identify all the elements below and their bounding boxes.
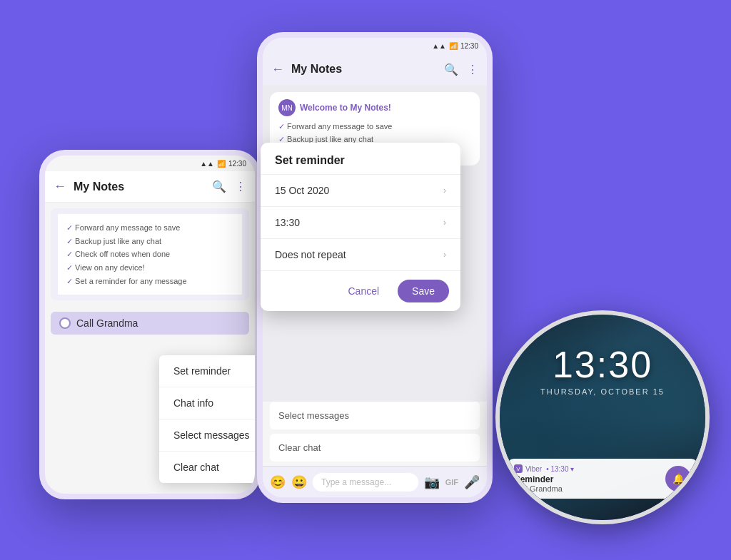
reminder-save-button[interactable]: Save	[398, 280, 449, 302]
center-signal-icon: ▲▲	[432, 42, 446, 50]
note-item-5: Set a reminder for any message	[66, 275, 233, 288]
sticker-icon[interactable]: 😀	[291, 474, 307, 490]
watch-circle: 13:30 Thursday, October 15 V Viber • 13:…	[495, 310, 710, 524]
bubble-title: Welcome to My Notes!	[300, 103, 391, 113]
date-chevron-icon: ›	[443, 185, 446, 195]
left-app-bar: ← My Notes 🔍 ⋮	[45, 171, 255, 203]
left-search-icon[interactable]: 🔍	[212, 180, 226, 193]
menu-item-select-messages[interactable]: Select messages	[159, 419, 261, 452]
watch-notif-title: Reminder	[514, 474, 660, 484]
menu-item-clear-chat[interactable]: Clear chat	[159, 452, 261, 483]
center-app-bar: ← My Notes 🔍 ⋮	[263, 54, 487, 85]
watch-notif-avatar-icon: 🔔	[672, 473, 685, 484]
call-grandma-item[interactable]: Call Grandma	[51, 312, 249, 335]
left-wifi-icon: 📶	[217, 160, 226, 168]
watch-notif-avatar: 🔔	[665, 466, 691, 492]
note-item-3: Check off notes when done	[66, 248, 233, 261]
left-action-icons: 🔍 ⋮	[212, 180, 246, 193]
watch-notif-app-name: Viber	[525, 465, 542, 473]
reminder-dialog-title: Set reminder	[261, 143, 460, 174]
watch-background: 13:30 Thursday, October 15 V Viber • 13:…	[500, 315, 705, 520]
bubble-line-1: Forward any message to save	[278, 121, 471, 133]
left-menu-icon[interactable]: ⋮	[235, 180, 246, 193]
watch-notif-time: • 13:30 ▾	[546, 465, 574, 473]
reminder-repeat-row[interactable]: Does not repeat ›	[261, 238, 460, 270]
center-select-messages[interactable]: Select messages	[270, 402, 480, 429]
menu-item-set-reminder[interactable]: Set reminder	[159, 355, 261, 387]
center-clear-chat[interactable]: Clear chat	[270, 434, 480, 462]
time-chevron-icon: ›	[443, 218, 446, 228]
left-notes-list: Forward any message to save Backup just …	[58, 214, 242, 295]
left-notes-content: Forward any message to save Backup just …	[51, 208, 249, 300]
reminder-cancel-button[interactable]: Cancel	[336, 280, 390, 302]
center-menu-icon[interactable]: ⋮	[467, 63, 478, 76]
left-time: 12:30	[228, 160, 246, 168]
watch-date: Thursday, October 15	[540, 387, 665, 396]
menu-item-chat-info[interactable]: Chat info	[159, 387, 261, 419]
reminder-date-label: 15 Oct 2020	[275, 185, 329, 196]
center-input-bar: 😊 😀 Type a message... 📷 GIF 🎤	[263, 466, 487, 497]
left-app-title: My Notes	[74, 180, 205, 193]
reminder-time-label: 13:30	[275, 217, 300, 228]
left-phone: ▲▲ 📶 12:30 ← My Notes 🔍 ⋮ Forward any me…	[39, 150, 261, 499]
center-app-title: My Notes	[291, 63, 437, 76]
note-item-4: View on any device!	[66, 261, 233, 275]
viber-app-icon: V	[514, 464, 523, 473]
reminder-time-row[interactable]: 13:30 ›	[261, 206, 460, 238]
left-back-button[interactable]: ←	[54, 179, 66, 194]
left-status-bar: ▲▲ 📶 12:30	[45, 156, 255, 171]
reminder-date-row[interactable]: 15 Oct 2020 ›	[261, 174, 460, 206]
note-item-1: Forward any message to save	[66, 221, 233, 235]
center-status-bar: ▲▲ 📶 12:30	[263, 38, 487, 54]
context-menu: Set reminder Chat info Select messages C…	[159, 355, 261, 483]
message-input[interactable]: Type a message...	[313, 473, 418, 492]
reminder-repeat-label: Does not repeat	[275, 249, 346, 260]
chat-item-name: Call Grandma	[76, 317, 138, 329]
gif-icon[interactable]: GIF	[445, 478, 458, 487]
watch-time: 13:30	[553, 343, 652, 386]
center-action-icons: 🔍 ⋮	[444, 63, 478, 76]
center-time: 12:30	[460, 42, 478, 50]
bubble-header: MN Welcome to My Notes!	[278, 99, 471, 116]
chat-item-radio	[59, 317, 71, 329]
mic-icon[interactable]: 🎤	[464, 474, 480, 490]
center-wifi-icon: 📶	[449, 42, 458, 50]
watch-notif-app: V Viber • 13:30 ▾	[514, 464, 660, 473]
center-back-button[interactable]: ←	[271, 62, 284, 77]
reminder-dialog-actions: Cancel Save	[261, 270, 460, 311]
watch-notif-left: V Viber • 13:30 ▾ Reminder Call Grandma	[514, 464, 660, 493]
watch-notification: V Viber • 13:30 ▾ Reminder Call Grandma …	[507, 459, 698, 499]
note-item-2: Backup just like any chat	[66, 235, 233, 248]
input-placeholder: Type a message...	[321, 477, 391, 487]
camera-icon[interactable]: 📷	[424, 474, 440, 490]
repeat-chevron-icon: ›	[443, 250, 446, 260]
reminder-dialog: Set reminder 15 Oct 2020 › 13:30 › Does …	[261, 143, 460, 311]
left-signal-icon: ▲▲	[200, 160, 214, 168]
center-search-icon[interactable]: 🔍	[444, 63, 458, 76]
emoji-icon[interactable]: 😊	[270, 474, 286, 490]
bubble-avatar: MN	[278, 99, 296, 116]
watch-notif-text: Call Grandma	[514, 484, 660, 493]
